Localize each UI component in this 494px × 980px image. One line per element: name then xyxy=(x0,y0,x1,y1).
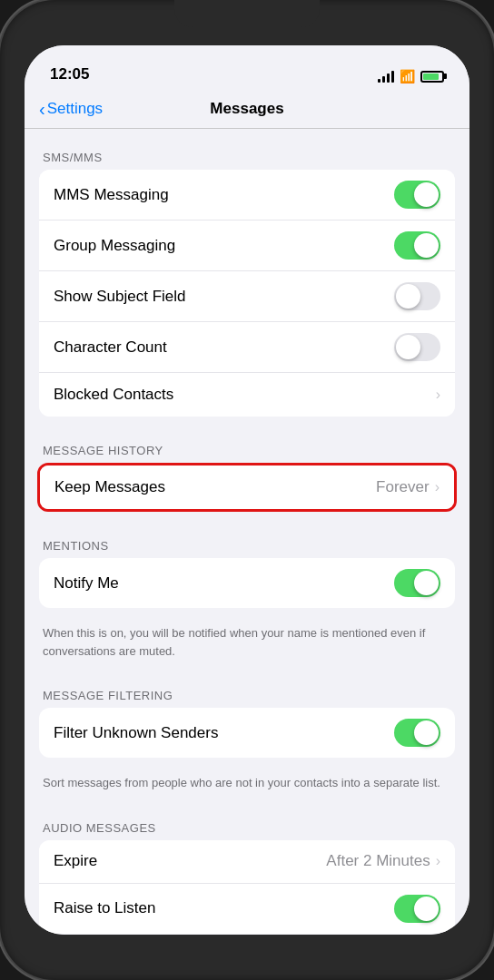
status-time: 12:05 xyxy=(50,65,89,83)
character-count-label: Character Count xyxy=(54,338,167,357)
keep-messages-inner: Keep Messages Forever › xyxy=(40,466,454,509)
blocked-contacts-right: › xyxy=(436,387,440,403)
expire-right: After 2 Minutes › xyxy=(326,852,440,870)
notify-me-toggle[interactable] xyxy=(394,569,440,597)
mentions-description: When this is on, you will be notified wh… xyxy=(25,619,469,672)
sms-mms-header: SMS/MMS xyxy=(25,134,469,170)
notify-me-label: Notify Me xyxy=(54,574,119,593)
message-filtering-header: MESSAGE FILTERING xyxy=(25,672,469,708)
keep-messages-label: Keep Messages xyxy=(54,478,165,496)
mms-messaging-toggle[interactable] xyxy=(394,181,440,209)
phone-screen: 12:05 📶 ‹ Settings Messages xyxy=(25,45,469,935)
status-icons: 📶 xyxy=(378,69,444,83)
group-messaging-toggle[interactable] xyxy=(394,231,440,260)
show-subject-field-toggle[interactable] xyxy=(394,282,440,310)
group-messaging-label: Group Messaging xyxy=(54,237,175,255)
list-item[interactable]: Blocked Contacts › xyxy=(39,373,455,416)
signal-bars-icon xyxy=(378,70,394,83)
battery-icon xyxy=(420,71,444,83)
chevron-right-icon: › xyxy=(435,479,440,495)
status-bar: 12:05 📶 xyxy=(25,45,469,89)
notch xyxy=(174,0,320,27)
keep-messages-right: Forever › xyxy=(376,478,440,496)
message-filtering-description: Sort messages from people who are not in… xyxy=(25,769,469,805)
filter-unknown-senders-toggle[interactable] xyxy=(394,719,440,747)
page-title: Messages xyxy=(210,100,283,118)
list-item: MMS Messaging xyxy=(39,170,455,220)
list-item: Group Messaging xyxy=(39,220,455,271)
back-button[interactable]: ‹ Settings xyxy=(39,100,103,118)
mentions-group: Notify Me xyxy=(39,558,455,608)
filter-unknown-senders-label: Filter Unknown Senders xyxy=(54,724,218,742)
nav-bar: ‹ Settings Messages xyxy=(25,89,469,129)
chevron-right-icon: › xyxy=(436,387,440,403)
list-item: Raise to Listen xyxy=(39,884,455,934)
keep-messages-value: Forever xyxy=(376,478,430,496)
list-item[interactable]: Expire After 2 Minutes › xyxy=(39,840,455,884)
chevron-left-icon: ‹ xyxy=(39,100,45,118)
mms-messaging-label: MMS Messaging xyxy=(54,186,169,204)
raise-to-listen-label: Raise to Listen xyxy=(54,899,155,917)
audio-messages-header: AUDIO MESSAGES xyxy=(25,805,469,840)
mentions-header: MENTIONS xyxy=(25,523,469,558)
raise-to-listen-toggle[interactable] xyxy=(394,895,440,923)
message-history-header: MESSAGE HISTORY xyxy=(25,427,469,463)
content-area: SMS/MMS MMS Messaging Group Messaging Sh… xyxy=(25,129,469,935)
keep-messages-row[interactable]: Keep Messages Forever › xyxy=(37,463,457,512)
blocked-contacts-label: Blocked Contacts xyxy=(54,386,173,404)
back-label: Settings xyxy=(47,100,103,118)
audio-messages-group: Expire After 2 Minutes › Raise to Listen xyxy=(39,840,455,934)
chevron-right-icon: › xyxy=(436,853,440,869)
list-item: Character Count xyxy=(39,322,455,373)
message-filtering-group: Filter Unknown Senders xyxy=(39,708,455,758)
show-subject-field-label: Show Subject Field xyxy=(54,288,186,306)
list-item: Filter Unknown Senders xyxy=(39,708,455,758)
sms-mms-group: MMS Messaging Group Messaging Show Subje… xyxy=(39,170,455,416)
list-item: Notify Me xyxy=(39,558,455,608)
expire-label: Expire xyxy=(54,852,97,870)
list-item: Show Subject Field xyxy=(39,271,455,322)
phone-frame: 12:05 📶 ‹ Settings Messages xyxy=(0,0,494,980)
wifi-icon: 📶 xyxy=(400,69,415,83)
character-count-toggle[interactable] xyxy=(394,333,440,361)
expire-value: After 2 Minutes xyxy=(326,852,430,870)
